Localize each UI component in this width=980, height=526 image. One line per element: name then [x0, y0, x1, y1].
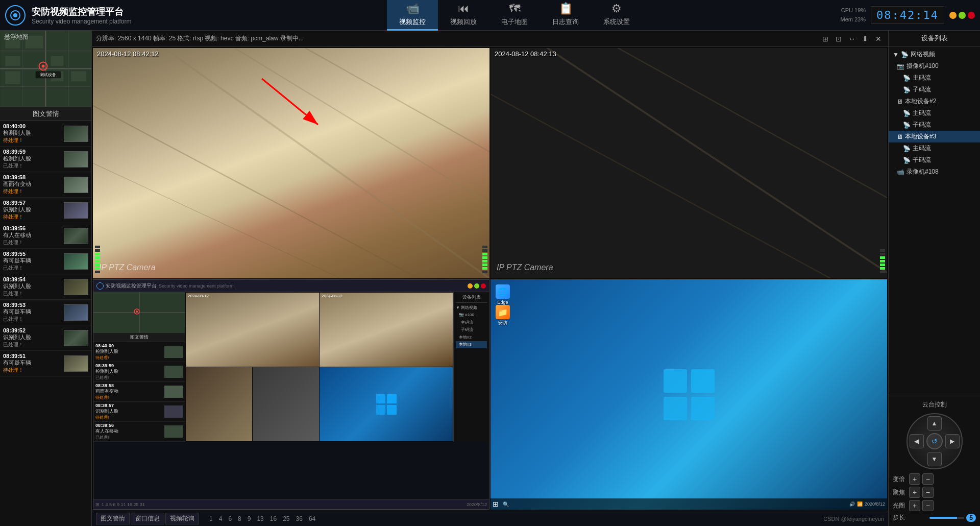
alert-status: 待处理！ — [3, 137, 61, 144]
focus-label: 聚焦 — [893, 488, 907, 497]
system-clock: 08:42:14 — [871, 6, 944, 24]
tree-node-sub-stream-local3[interactable]: 📡 子码流 — [889, 154, 980, 166]
tree-label: 子码流 — [913, 156, 931, 164]
maximize-button[interactable] — [959, 12, 966, 19]
alert-time: 08:39:53 — [3, 302, 61, 308]
tab-alerts[interactable]: 图文警情 — [96, 513, 130, 524]
app-title: 安防视频监控管理平台 — [32, 6, 131, 18]
list-item[interactable]: 08:39:53 有可疑车辆 已处理！ — [0, 300, 91, 325]
logo-icon — [5, 5, 26, 26]
list-item[interactable]: 08:39:51 有可疑车辆 待处理！ — [0, 351, 91, 376]
minimize-button[interactable] — [949, 12, 957, 19]
zoom-plus-button[interactable]: + — [909, 473, 920, 485]
step-slider[interactable] — [929, 517, 964, 519]
nav-video-monitor[interactable]: 📹 视频监控 — [387, 0, 438, 31]
ptz-down-button[interactable]: ▼ — [927, 452, 942, 466]
grid-9[interactable]: 9 — [246, 514, 253, 523]
alert-panel-title: 图文警情 — [0, 107, 91, 121]
iris-minus-button[interactable]: − — [922, 500, 934, 511]
tree-node-sub-stream-100[interactable]: 📡 子码流 — [889, 84, 980, 95]
list-item[interactable]: 08:39:52 识别到人脸 已处理！ — [0, 325, 91, 351]
nested-app-subtitle: Security video management platform — [159, 283, 234, 289]
alert-thumbnail — [64, 330, 88, 346]
tree-label: 本地设备#2 — [905, 97, 936, 106]
list-item[interactable]: 08:39:55 有可疑车辆 已处理！ — [0, 249, 91, 274]
tree-node-main-stream-local3[interactable]: 📡 主码流 — [889, 142, 980, 154]
list-item[interactable]: 08:39:57 识别到人脸 待处理！ — [0, 198, 91, 223]
tree-label: 本地设备#3 — [905, 132, 936, 141]
video-info: 分辨率: 2560 x 1440 帧率: 25 格式: rtsp 视频: hev… — [96, 34, 818, 43]
tree-label: 主码流 — [913, 109, 931, 117]
tree-node-local3[interactable]: 🖥 本地设备#3 — [889, 131, 980, 142]
grid-6[interactable]: 6 — [226, 514, 234, 523]
grid-8[interactable]: 8 — [236, 514, 243, 523]
tree-node-main-stream-100[interactable]: 📡 主码流 — [889, 72, 980, 84]
close-button[interactable] — [968, 12, 975, 19]
grid-36[interactable]: 36 — [294, 514, 305, 523]
tree-node-main-stream-local2[interactable]: 📡 主码流 — [889, 107, 980, 119]
alert-desc: 检测到人脸 — [3, 155, 61, 162]
alert-desc: 识别到人脸 — [3, 282, 61, 290]
tree-label: 子码流 — [913, 85, 931, 94]
tree-node-sub-stream-local2[interactable]: 📡 子码流 — [889, 119, 980, 131]
zoom-minus-button[interactable]: − — [922, 473, 934, 485]
ptz-left-button[interactable]: ◀ — [910, 434, 924, 448]
tree-node-local2[interactable]: 🖥 本地设备#2 — [889, 95, 980, 107]
ptz-focus-row: 聚焦 + − — [893, 487, 976, 498]
tab-video-poll[interactable]: 视频轮询 — [165, 513, 199, 524]
ptz-center-button[interactable]: ↺ — [926, 433, 943, 449]
grid-view-button[interactable]: ⊞ — [820, 33, 831, 44]
nav-settings[interactable]: ⚙ 系统设置 — [591, 0, 642, 31]
ptz-right-button[interactable]: ▶ — [945, 434, 960, 448]
single-view-button[interactable]: ⊡ — [833, 33, 844, 44]
list-item[interactable]: 08:39:59 检测到人脸 已处理！ — [0, 147, 91, 172]
grid-25[interactable]: 25 — [281, 514, 291, 523]
video-cell-topleft[interactable]: 2024-08-12 08:42:12 IP PTZ Camera — [93, 48, 489, 278]
svg-point-17 — [42, 65, 45, 68]
grid-64[interactable]: 64 — [307, 514, 317, 523]
toolbar-icons: ⊞ ⊡ ↔ ⬇ ✕ — [820, 33, 884, 44]
list-item[interactable]: 08:39:56 有人在移动 已处理！ — [0, 223, 91, 249]
tree-label: 录像机#108 — [906, 168, 939, 176]
video-watermark-tl: IP PTZ Camera — [99, 263, 156, 272]
video-cell-topright[interactable]: 2024-08-12 08:42:13 IP PTZ Camera — [491, 48, 887, 278]
grid-16[interactable]: 16 — [268, 514, 279, 523]
download-button[interactable]: ⬇ — [860, 33, 871, 44]
list-item[interactable]: 08:40:00 检测到人脸 待处理！ — [0, 121, 91, 147]
stretch-button[interactable]: ↔ — [846, 33, 857, 44]
alert-desc: 检测到人脸 — [3, 129, 61, 137]
bottom-bar: 图文警情 窗口信息 视频轮询 1 4 6 8 9 13 16 25 36 64 … — [92, 511, 888, 526]
tree-node-dvr108[interactable]: 📹 录像机#108 — [889, 166, 980, 178]
list-item[interactable]: 08:39:58 画面有变动 待处理！ — [0, 172, 91, 198]
nested-maximize[interactable] — [474, 283, 479, 289]
focus-minus-button[interactable]: − — [922, 487, 934, 498]
grid-13[interactable]: 13 — [255, 514, 265, 523]
zoom-label: 变倍 — [893, 475, 907, 484]
nav-map[interactable]: 🗺 电子地图 — [489, 0, 540, 31]
device-icon: 🖥 — [897, 133, 903, 140]
center-content: 分辨率: 2560 x 1440 帧率: 25 格式: rtsp 视频: hev… — [92, 31, 888, 526]
main-nav: 📹 视频监控 ⏮ 视频回放 🗺 电子地图 📋 日志查询 ⚙ 系统设置 — [189, 0, 841, 31]
left-sidebar: 悬浮地图 — [0, 31, 92, 526]
nested-app-title: 安防视频监控管理平台 — [106, 282, 157, 290]
alert-panel: 图文警情 08:40:00 检测到人脸 待处理！ 08:39:59 检测到人脸 … — [0, 107, 91, 526]
grid-4[interactable]: 4 — [217, 514, 225, 523]
iris-plus-button[interactable]: + — [909, 500, 920, 511]
nested-close[interactable] — [481, 283, 486, 289]
tab-window-info[interactable]: 窗口信息 — [131, 513, 164, 524]
floating-map[interactable]: 悬浮地图 — [0, 31, 91, 107]
alert-info: 08:39:55 有可疑车辆 已处理！ — [3, 251, 61, 272]
tree-node-camera100[interactable]: 📷 摄像机#100 — [889, 60, 980, 72]
close-stream-button[interactable]: ✕ — [873, 33, 884, 44]
tree-node-network[interactable]: ▼ 📡 网络视频 — [889, 49, 980, 60]
nav-video-playback[interactable]: ⏮ 视频回放 — [438, 0, 489, 31]
ptz-up-button[interactable]: ▲ — [927, 416, 942, 431]
nav-map-label: 电子地图 — [501, 17, 528, 27]
grid-1[interactable]: 1 — [207, 514, 215, 523]
nav-logs[interactable]: 📋 日志查询 — [540, 0, 591, 31]
nested-minimize[interactable] — [468, 283, 473, 289]
list-item[interactable]: 08:39:54 识别到人脸 已处理！ — [0, 274, 91, 300]
alert-status: 待处理！ — [3, 367, 61, 374]
svg-line-29 — [491, 94, 830, 278]
focus-plus-button[interactable]: + — [909, 487, 920, 498]
